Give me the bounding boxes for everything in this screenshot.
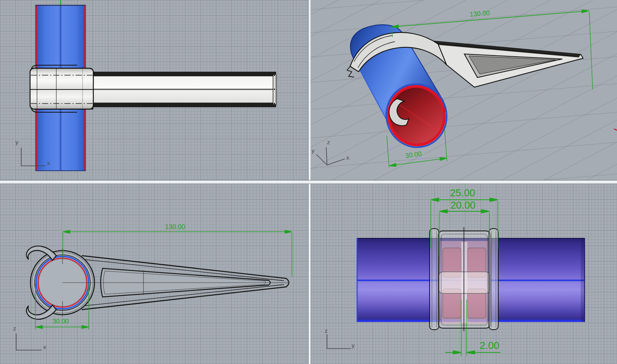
axis-label-z: z — [327, 139, 330, 145]
clamp-transparent-right-view[interactable] — [430, 227, 498, 331]
clamp-collar-top-view[interactable] — [30, 65, 93, 112]
axis-label-z: z — [13, 325, 16, 332]
dim-label-20: 20.00 — [450, 199, 475, 211]
clamp-wireframe-front[interactable] — [27, 246, 289, 319]
axis-label-x: x — [346, 154, 349, 161]
clamp-arm-top-view[interactable] — [71, 70, 276, 110]
viewport-top-view[interactable]: y x — [0, 0, 308, 180]
viewport-right-view[interactable]: 25.00 20.00 2.00 z y — [311, 184, 617, 364]
axis-label-y: y — [15, 139, 19, 145]
top-view-drawing — [0, 0, 308, 180]
x-axis-red-tick — [614, 129, 617, 130]
perspective-floor-grid — [311, 0, 617, 180]
perspective-drawing — [311, 0, 617, 180]
clamp-arm-3d[interactable] — [431, 41, 583, 87]
cad-canvas: y x — [0, 0, 617, 364]
axis-gizmo-perspective — [316, 147, 345, 165]
viewport-front-view[interactable]: 130.00 30.00 z x — [0, 184, 308, 364]
axis-label-z: z — [325, 327, 328, 334]
viewport-divider-horizontal[interactable] — [0, 180, 617, 184]
axis-label-y: y — [352, 342, 355, 349]
axis-label-x: x — [47, 160, 50, 166]
dim-label-130-front: 130.00 — [165, 223, 185, 231]
front-view-drawing — [0, 184, 308, 364]
dim-label-2: 2.00 — [480, 340, 499, 352]
axis-label-x: x — [43, 344, 46, 350]
viewport-perspective[interactable]: 130.00 30.00 z y x — [311, 0, 617, 180]
dim-label-130-perspective: 130.00 — [469, 9, 490, 19]
dim-label-25: 25.00 — [450, 187, 475, 199]
dim-label-30-front: 30.00 — [52, 318, 69, 325]
axis-gizmo-front — [16, 334, 42, 350]
axis-label-y: y — [312, 147, 315, 154]
axis-gizmo-right — [327, 334, 351, 349]
